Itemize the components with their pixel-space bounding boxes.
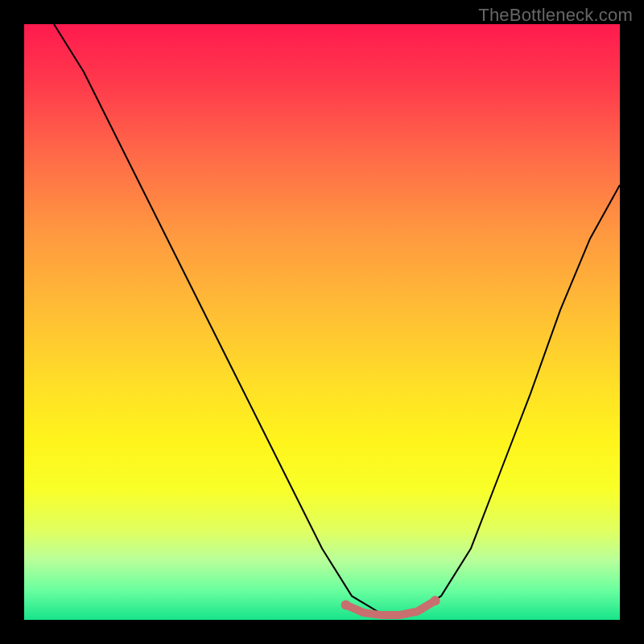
plot-area — [24, 24, 620, 620]
optimal-zone-dot — [341, 601, 351, 610]
watermark-text: TheBottleneck.com — [478, 5, 633, 26]
curve-svg — [24, 24, 620, 620]
optimal-zone-dot — [431, 596, 440, 605]
optimal-zone-highlight — [346, 601, 436, 615]
chart-frame: TheBottleneck.com — [0, 0, 644, 644]
bottleneck-curve — [54, 24, 620, 614]
